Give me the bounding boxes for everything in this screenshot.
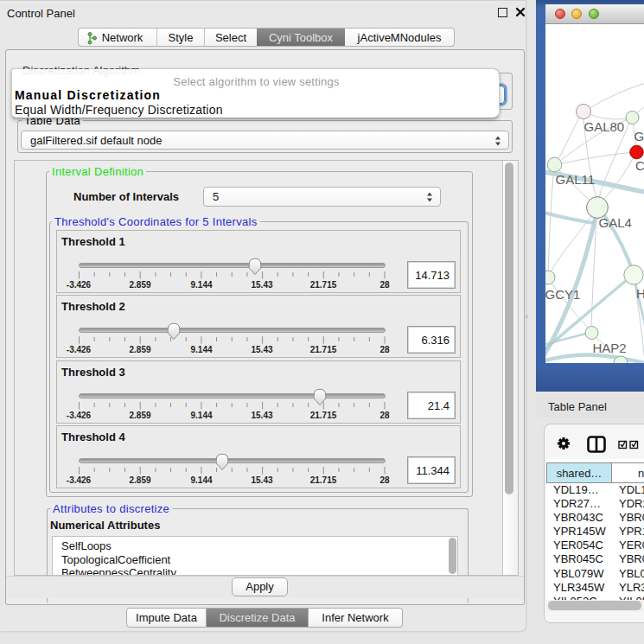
svg-text:H: H [636,286,644,301]
svg-text:GAL80: GAL80 [584,119,625,134]
svg-text:HAP2: HAP2 [593,341,627,355]
svg-text:GCY1: GCY1 [545,287,580,302]
svg-text:C: C [635,158,644,173]
svg-text:GA: GA [634,129,644,143]
svg-text:GAL11: GAL11 [556,172,596,187]
svg-text:GAL4: GAL4 [599,215,632,230]
